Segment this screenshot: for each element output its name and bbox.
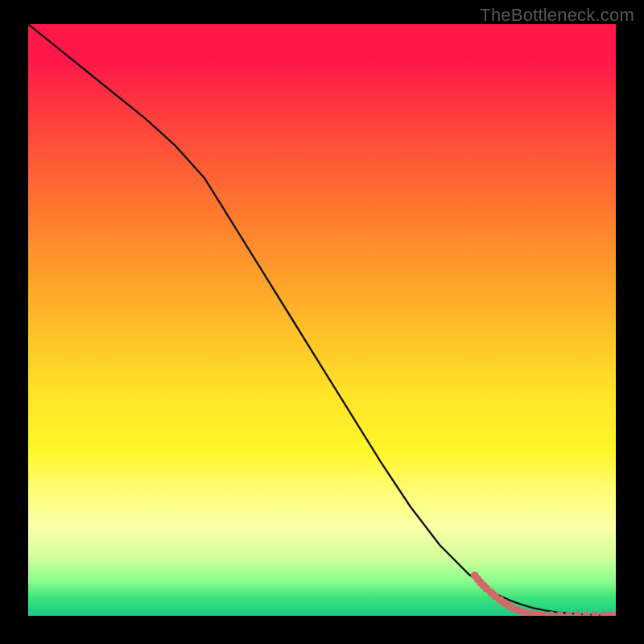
data-point (574, 612, 582, 616)
data-point (591, 612, 599, 616)
chart-frame: TheBottleneck.com (0, 0, 644, 644)
bottleneck-curve (28, 24, 616, 616)
data-point (583, 612, 591, 616)
watermark-text: TheBottleneck.com (480, 5, 634, 26)
plot-area (28, 24, 616, 616)
curve-svg (28, 24, 616, 616)
data-point (612, 612, 616, 616)
data-point (565, 611, 573, 616)
data-point (539, 611, 547, 616)
